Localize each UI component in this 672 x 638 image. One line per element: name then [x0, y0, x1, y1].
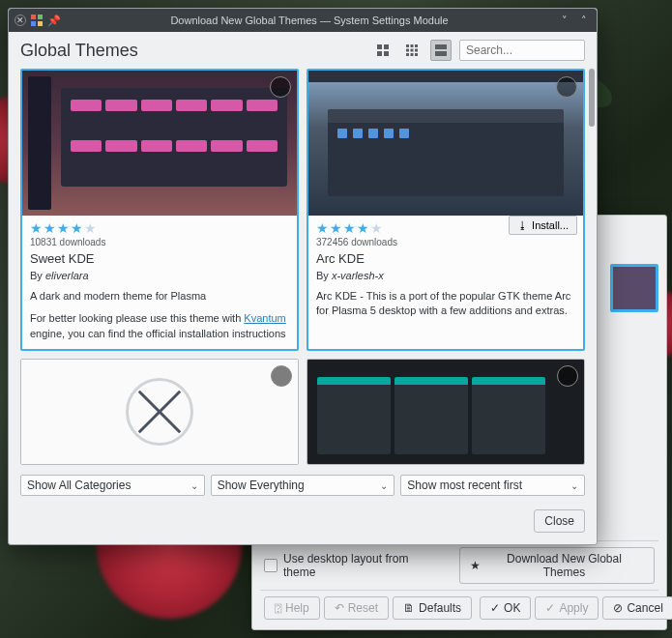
svg-rect-6	[377, 51, 382, 56]
svg-rect-3	[38, 21, 43, 26]
category-combo[interactable]: Show All Categories ⌄	[20, 475, 205, 496]
titlebar[interactable]: ✕ 📌 Download New Global Themes — System …	[9, 9, 597, 32]
theme-description: Arc KDE - This is a port of the popular …	[316, 289, 575, 319]
downloads-count: 10831 downloads	[30, 237, 289, 247]
theme-card-sweet-kde[interactable]: ★★★★★ 10831 downloads Sweet KDE By elive…	[20, 69, 299, 351]
pling-badge-icon	[270, 76, 291, 98]
downloads-count: 372456 downloads	[316, 237, 575, 247]
chevron-down-icon: ⌄	[570, 480, 578, 491]
checkbox-label: Use desktop layout from theme	[283, 552, 444, 579]
view-details-icon[interactable]	[430, 40, 452, 61]
close-window-icon[interactable]: ✕	[15, 14, 26, 26]
theme-title: Arc KDE	[316, 251, 575, 266]
pin-icon[interactable]: 📌	[47, 14, 61, 27]
check-icon: ✓	[545, 601, 555, 615]
svg-rect-15	[411, 53, 414, 56]
svg-rect-12	[411, 49, 414, 52]
theme-title: Sweet KDE	[30, 251, 289, 266]
theme-preview	[308, 71, 583, 216]
theme-card-arc-kde[interactable]: ⭳ Install... ★★★★★ 372456 downloads Arc …	[307, 69, 585, 351]
svg-rect-8	[406, 44, 409, 47]
svg-rect-18	[435, 51, 447, 56]
theme-description: A dark and modern theme for Plasma	[30, 289, 289, 304]
scrollbar[interactable]	[587, 69, 595, 465]
theme-author: By x-varlesh-x	[316, 270, 575, 281]
view-grid-icon[interactable]	[401, 40, 423, 61]
svg-rect-16	[415, 53, 418, 56]
document-icon: 🗎	[403, 601, 415, 615]
cancel-button[interactable]: ⊘ Cancel	[602, 596, 672, 620]
chevron-down-icon: ⌄	[380, 480, 388, 491]
scrollbar-thumb[interactable]	[589, 69, 595, 127]
undo-icon: ↶	[335, 601, 344, 615]
star-icon: ★	[470, 559, 481, 572]
theme-author: By eliverlara	[30, 270, 289, 281]
svg-rect-1	[38, 14, 43, 19]
close-button[interactable]: Close	[534, 509, 585, 533]
search-input[interactable]	[459, 40, 585, 61]
svg-rect-14	[406, 53, 409, 56]
rating-stars: ★★★★★	[30, 221, 289, 235]
svg-rect-17	[435, 44, 447, 49]
theme-preview	[307, 360, 584, 464]
combo-label: Show All Categories	[27, 478, 131, 492]
svg-rect-5	[384, 44, 389, 49]
svg-rect-10	[415, 44, 418, 47]
chevron-down-icon: ⌄	[190, 480, 198, 491]
pling-badge-icon	[556, 76, 577, 98]
maximize-icon[interactable]: ˄	[577, 14, 591, 27]
page-title: Global Themes	[20, 41, 365, 61]
use-desktop-layout-checkbox[interactable]: Use desktop layout from theme	[264, 552, 444, 579]
download-icon: ⭳	[517, 219, 528, 231]
help-button[interactable]: ⍰ Help	[264, 596, 320, 620]
svg-rect-11	[406, 49, 409, 52]
apply-button[interactable]: ✓ Apply	[535, 596, 599, 620]
theme-preview	[21, 360, 298, 464]
svg-rect-2	[31, 21, 36, 26]
window-title: Download New Global Themes — System Sett…	[61, 14, 558, 26]
download-new-themes-button[interactable]: ★ Download New Global Themes	[459, 547, 655, 584]
minimize-icon[interactable]: ˅	[558, 14, 571, 27]
kvantum-link[interactable]: Kvantum	[244, 312, 285, 324]
theme-preview-thumb[interactable]	[610, 264, 658, 312]
theme-preview	[22, 71, 297, 216]
svg-rect-13	[415, 49, 418, 52]
theme-description-extra: For better looking please use this theme…	[30, 311, 289, 341]
help-icon: ⍰	[275, 601, 281, 615]
check-icon: ✓	[490, 601, 500, 615]
defaults-button[interactable]: 🗎 Defaults	[393, 596, 472, 620]
reset-button[interactable]: ↶ Reset	[324, 596, 389, 620]
sort-combo[interactable]: Show most recent first ⌄	[400, 475, 585, 496]
combo-label: Show most recent first	[407, 478, 522, 492]
app-icon	[30, 14, 44, 27]
svg-rect-0	[31, 14, 36, 19]
theme-card-partial[interactable]	[20, 359, 299, 465]
status-combo[interactable]: Show Everything ⌄	[211, 475, 395, 496]
download-themes-dialog: ✕ 📌 Download New Global Themes — System …	[8, 8, 598, 545]
svg-rect-7	[384, 51, 389, 56]
cancel-icon: ⊘	[613, 601, 623, 615]
pling-badge-icon	[557, 365, 578, 387]
pling-badge-icon	[271, 365, 292, 387]
view-tiles-icon[interactable]	[372, 40, 394, 61]
svg-rect-9	[411, 44, 414, 47]
combo-label: Show Everything	[218, 478, 305, 492]
svg-rect-4	[377, 44, 382, 49]
ok-button[interactable]: ✓ OK	[480, 596, 531, 620]
theme-card-partial[interactable]	[307, 359, 585, 465]
install-button[interactable]: ⭳ Install...	[509, 216, 577, 235]
